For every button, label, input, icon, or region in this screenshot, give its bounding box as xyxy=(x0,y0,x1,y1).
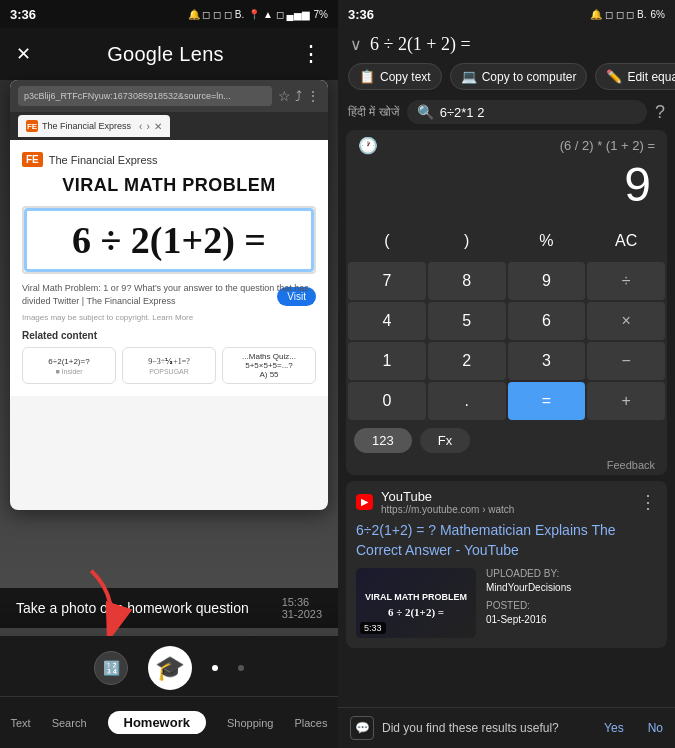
right-battery: 6% xyxy=(651,9,665,20)
calc-btn-3[interactable]: 3 xyxy=(508,342,586,380)
browser-tab-title: The Financial Express xyxy=(42,121,131,131)
related-item-3[interactable]: ...Maths Quiz...5+5×5+5=...?A) 55 xyxy=(222,347,316,384)
left-status-symbols: 🔔 ◻ ◻ ◻ B. xyxy=(188,9,245,20)
tab-close[interactable]: ✕ xyxy=(154,121,162,132)
browser-top-bar: p3cBlij6_RTFcFNyuw:1673085918532&source=… xyxy=(10,80,328,112)
back-icon[interactable]: ✕ xyxy=(16,43,31,65)
equation-header: ∨ 6 ÷ 2(1 + 2) = xyxy=(338,28,675,59)
calc-btn-2[interactable]: 2 xyxy=(428,342,506,380)
copy-computer-button[interactable]: 💻 Copy to computer xyxy=(450,63,588,90)
fe-favicon: FE xyxy=(26,120,38,132)
yt-thumb-math: 6 ÷ 2(1+2) = xyxy=(388,606,444,618)
calculator-section: 🕐 (6 / 2) * (1 + 2) = 9 ( ) % AC 7 8 9 ÷… xyxy=(346,130,667,475)
feedback-yes-button[interactable]: Yes xyxy=(604,721,624,735)
google-lens-title: Google Lens xyxy=(107,43,224,66)
calc-btn-plus[interactable]: + xyxy=(587,382,665,420)
equation-display: 6 ÷ 2(1 + 2) = xyxy=(370,34,471,55)
more-options-icon[interactable]: ⋮ xyxy=(300,41,322,67)
yt-thumbnail-row: VIRAL MATH PROBLEM 6 ÷ 2(1+2) = 5:33 UPL… xyxy=(346,568,667,648)
calc-btn-ac[interactable]: AC xyxy=(587,222,665,260)
edit-label: Edit equati... xyxy=(627,70,675,84)
calc-btn-equals[interactable]: = xyxy=(508,382,586,420)
fe-logo-box: FE xyxy=(22,152,43,167)
left-panel: 3:36 🔔 ◻ ◻ ◻ B. 📍 ▲ ◻ ▄▅▆ 7% ✕ Google Le… xyxy=(0,0,338,748)
math-problem-display: 6 ÷ 2(1+2) = xyxy=(22,206,316,274)
yt-thumb-title: VIRAL MATH PROBLEM xyxy=(361,588,471,606)
calc-result: 9 xyxy=(346,157,667,220)
calculator-mode-icon[interactable]: 🔢 xyxy=(94,651,128,685)
calc-history-row: 🕐 (6 / 2) * (1 + 2) = xyxy=(346,130,667,157)
feedback-no-button[interactable]: No xyxy=(648,721,663,735)
related-item-1-text: 6÷2(1+2)=? xyxy=(48,357,89,366)
nav-text-label: Text xyxy=(10,717,30,729)
browser-url-bar[interactable]: p3cBlij6_RTFcFNyuw:1673085918532&source=… xyxy=(18,86,272,106)
nav-places-label: Places xyxy=(294,717,327,729)
youtube-result: ▶ YouTube https://m.youtube.com › watch … xyxy=(346,481,667,648)
calc-btn-multiply[interactable]: × xyxy=(587,302,665,340)
edit-equation-button[interactable]: ✏️ Edit equati... xyxy=(595,63,675,90)
share-icon[interactable]: ⤴ xyxy=(295,88,302,104)
tab-nav-left[interactable]: ‹ xyxy=(139,121,142,132)
related-item-2[interactable]: 9−3÷⅓+1=? POPSUGAR xyxy=(122,347,216,384)
fe-name: The Financial Express xyxy=(49,154,158,166)
homework-mode-icon[interactable]: 🎓 xyxy=(148,646,192,690)
edit-icon: ✏️ xyxy=(606,69,622,84)
yt-meta-posted: POSTED: xyxy=(486,600,571,611)
search-bar[interactable]: 🔍 6÷2*1 2 xyxy=(407,100,647,124)
nav-homework-label: Homework xyxy=(108,711,206,734)
calc-btn-close-paren[interactable]: ) xyxy=(428,222,506,260)
lens-icon-row: 🔢 🎓 xyxy=(0,636,338,696)
calc-btn-6[interactable]: 6 xyxy=(508,302,586,340)
yt-source-info: YouTube https://m.youtube.com › watch xyxy=(381,489,514,515)
copy-text-button[interactable]: 📋 Copy text xyxy=(348,63,442,90)
browser-window: p3cBlij6_RTFcFNyuw:1673085918532&source=… xyxy=(10,80,328,510)
grid-icon[interactable]: ⋮ xyxy=(306,88,320,104)
chevron-down-icon[interactable]: ∨ xyxy=(350,35,362,54)
mode-dot xyxy=(212,665,218,671)
search-help-icon[interactable]: ? xyxy=(655,102,665,123)
calc-btn-decimal[interactable]: . xyxy=(428,382,506,420)
browser-url-text: p3cBlij6_RTFcFNyuw:1673085918532&source=… xyxy=(24,91,231,101)
copy-computer-icon: 💻 xyxy=(461,69,477,84)
related-item-1[interactable]: 6÷2(1+2)=? ■ Insider xyxy=(22,347,116,384)
calc-btn-minus[interactable]: − xyxy=(587,342,665,380)
nav-item-homework[interactable]: Homework xyxy=(100,707,214,738)
graduation-icon: 🎓 xyxy=(155,654,185,682)
yt-result-title[interactable]: 6÷2(1+2) = ? Mathematician Explains The … xyxy=(346,519,667,568)
copy-text-icon: 📋 xyxy=(359,69,375,84)
nav-item-places[interactable]: Places xyxy=(286,713,335,733)
bottom-nav-bar: Text Search Homework Shopping Places xyxy=(0,696,338,748)
left-status-bar: 3:36 🔔 ◻ ◻ ◻ B. 📍 ▲ ◻ ▄▅▆ 7% xyxy=(0,0,338,28)
calc-btn-7[interactable]: 7 xyxy=(348,262,426,300)
calc-feedback[interactable]: Feedback xyxy=(346,459,667,475)
tab-nav-right[interactable]: › xyxy=(146,121,149,132)
calc-btn-9[interactable]: 9 xyxy=(508,262,586,300)
calc-btn-5[interactable]: 5 xyxy=(428,302,506,340)
mode-dot-2 xyxy=(238,665,244,671)
right-status-icons: 🔔 ◻ ◻ ◻ B. 6% xyxy=(590,9,665,20)
browser-tab[interactable]: FE The Financial Express ‹ › ✕ xyxy=(18,115,170,137)
left-toolbar: ✕ Google Lens ⋮ xyxy=(0,28,338,80)
yt-more-icon[interactable]: ⋮ xyxy=(639,491,657,513)
calc-btn-8[interactable]: 8 xyxy=(428,262,506,300)
nav-item-text[interactable]: Text xyxy=(2,713,38,733)
nav-item-search[interactable]: Search xyxy=(44,713,95,733)
history-icon[interactable]: 🕐 xyxy=(358,136,378,155)
search-input-value: 6÷2*1 2 xyxy=(440,105,485,120)
viral-title: VIRAL MATH PROBLEM xyxy=(22,175,316,196)
calc-btn-0[interactable]: 0 xyxy=(348,382,426,420)
nav-search-label: Search xyxy=(52,717,87,729)
calc-btn-open-paren[interactable]: ( xyxy=(348,222,426,260)
calc-btn-1[interactable]: 1 xyxy=(348,342,426,380)
calc-mode-fx[interactable]: Fx xyxy=(420,428,470,453)
calc-mode-123[interactable]: 123 xyxy=(354,428,412,453)
related-items-list: 6÷2(1+2)=? ■ Insider 9−3÷⅓+1=? POPSUGAR … xyxy=(22,347,316,384)
yt-meta: UPLOADED BY: MindYourDecisions POSTED: 0… xyxy=(486,568,571,638)
calc-btn-divide[interactable]: ÷ xyxy=(587,262,665,300)
calc-btn-percent[interactable]: % xyxy=(508,222,586,260)
star-icon[interactable]: ☆ xyxy=(278,88,291,104)
left-battery: 7% xyxy=(314,9,328,20)
yt-thumbnail[interactable]: VIRAL MATH PROBLEM 6 ÷ 2(1+2) = 5:33 xyxy=(356,568,476,638)
nav-item-shopping[interactable]: Shopping xyxy=(219,713,282,733)
calc-btn-4[interactable]: 4 xyxy=(348,302,426,340)
